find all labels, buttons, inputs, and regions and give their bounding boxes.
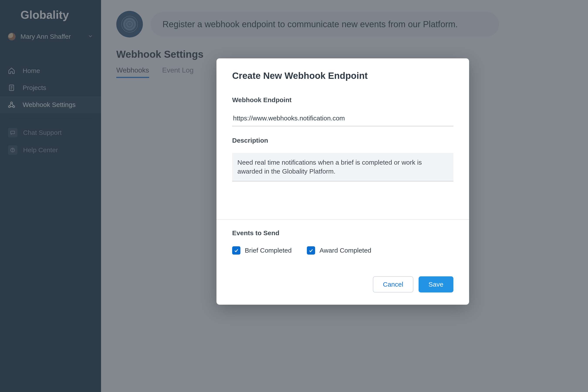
modal-actions: Cancel Save [216,257,469,305]
modal-title: Create New Webhook Endpoint [232,70,454,81]
checkbox-brief-completed[interactable]: Brief Completed [232,246,292,254]
webhook-endpoint-input[interactable] [232,112,454,126]
events-row: Brief Completed Award Completed [232,246,454,254]
events-label: Events to Send [232,229,454,237]
cancel-button[interactable]: Cancel [373,276,413,292]
checkbox-award-completed[interactable]: Award Completed [307,246,371,254]
checkbox-label: Brief Completed [245,247,292,254]
endpoint-label: Webhook Endpoint [232,96,454,104]
checkbox-icon [307,246,315,254]
webhook-description-input[interactable]: Need real time notifications when a brie… [232,153,454,182]
create-webhook-modal: Create New Webhook Endpoint Webhook Endp… [216,58,469,305]
description-label: Description [232,137,454,144]
checkbox-icon [232,246,240,254]
checkbox-label: Award Completed [320,247,371,254]
save-button[interactable]: Save [418,276,454,292]
